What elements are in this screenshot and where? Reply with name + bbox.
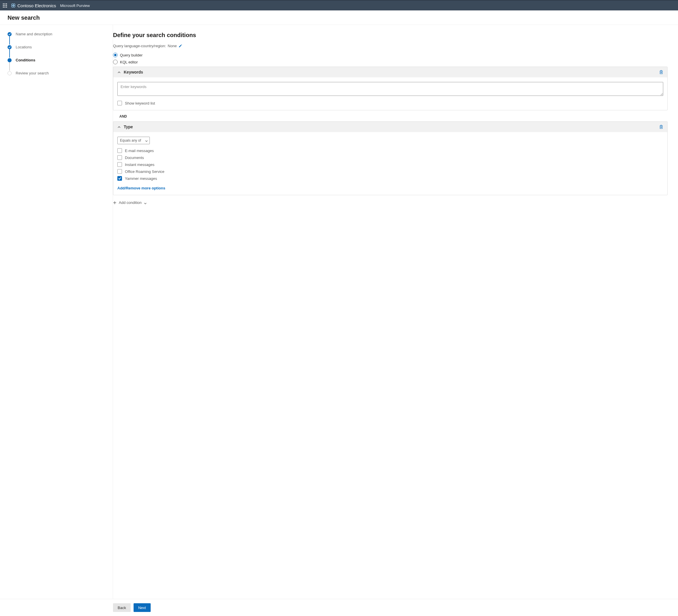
checkbox-unchecked-icon <box>117 148 122 153</box>
type-option-instant-messages[interactable]: Instant messages <box>117 162 663 167</box>
step-current-icon <box>7 58 11 62</box>
step-label: Review your search <box>16 71 49 75</box>
svg-rect-7 <box>5 7 5 7</box>
svg-point-9 <box>11 4 13 5</box>
chevron-up-icon <box>117 70 121 74</box>
operator-select[interactable]: Equals any of <box>117 137 150 144</box>
svg-rect-8 <box>6 7 7 7</box>
radio-unselected-icon <box>113 60 118 64</box>
step-name-and-description[interactable]: Name and description <box>7 32 105 36</box>
checkbox-label: Instant messages <box>125 162 154 167</box>
org-name[interactable]: Contoso Electronics <box>11 3 56 8</box>
and-separator: AND <box>119 114 668 118</box>
checkbox-unchecked-icon <box>117 169 122 174</box>
org-icon <box>11 3 16 8</box>
svg-point-10 <box>13 4 15 5</box>
edit-icon[interactable] <box>179 44 182 48</box>
checkbox-unchecked-icon <box>117 101 122 106</box>
svg-rect-2 <box>6 3 7 4</box>
checkbox-label: E-mail messages <box>125 149 154 153</box>
step-review-your-search[interactable]: Review your search <box>7 71 105 75</box>
wizard-sidebar: Name and description Locations Condition… <box>0 25 113 599</box>
step-label: Conditions <box>16 58 35 62</box>
svg-rect-1 <box>5 3 5 4</box>
chevron-down-icon <box>145 139 148 142</box>
keywords-card-title: Keywords <box>124 70 143 74</box>
checkbox-checked-icon <box>117 176 122 181</box>
back-button[interactable]: Back <box>113 603 131 612</box>
step-label: Name and description <box>16 32 52 36</box>
radio-kql-editor[interactable]: KQL editor <box>113 60 668 64</box>
step-conditions[interactable]: Conditions <box>7 58 105 62</box>
type-option-office-roaming-service[interactable]: Office Roaming Service <box>117 169 663 174</box>
svg-rect-3 <box>3 5 4 6</box>
main-heading: Define your search conditions <box>113 32 668 39</box>
type-option-email-messages[interactable]: E-mail messages <box>117 148 663 153</box>
svg-rect-4 <box>5 5 5 6</box>
radio-query-builder[interactable]: Query builder <box>113 53 668 57</box>
add-condition-button[interactable]: Add condition <box>113 200 668 205</box>
org-name-label: Contoso Electronics <box>17 3 56 8</box>
delete-icon[interactable] <box>659 125 663 129</box>
checkbox-unchecked-icon <box>117 155 122 160</box>
show-keyword-list-checkbox[interactable]: Show keyword list <box>117 101 663 106</box>
page-title: New search <box>0 10 678 25</box>
query-language-label: Query language-country/region: <box>113 44 166 48</box>
query-language-row: Query language-country/region: None <box>113 44 668 48</box>
next-button[interactable]: Next <box>134 603 151 612</box>
keywords-input[interactable] <box>117 82 663 96</box>
plus-icon <box>113 201 116 204</box>
svg-rect-5 <box>6 5 7 6</box>
step-locations[interactable]: Locations <box>7 45 105 49</box>
step-connector <box>9 36 10 45</box>
service-name: Microsoft Purview <box>60 3 90 8</box>
type-card-title: Type <box>124 124 133 129</box>
checkbox-unchecked-icon <box>117 162 122 167</box>
footer: Back Next <box>0 599 678 616</box>
keywords-card-header[interactable]: Keywords <box>113 67 667 77</box>
radio-label: KQL editor <box>120 60 138 64</box>
type-card: Type Equals any of E-mail messages <box>113 121 668 195</box>
keywords-card: Keywords Show keyword list <box>113 67 668 110</box>
step-future-icon <box>7 71 11 75</box>
radio-label: Query builder <box>120 53 143 57</box>
checkbox-label: Documents <box>125 156 144 160</box>
query-language-value: None <box>168 44 177 48</box>
add-condition-label: Add condition <box>119 200 142 205</box>
add-remove-more-options-link[interactable]: Add/Remove more options <box>117 186 165 190</box>
step-completed-icon <box>7 32 11 36</box>
chevron-down-icon <box>144 201 147 204</box>
type-option-yammer-messages[interactable]: Yammer messages <box>117 176 663 181</box>
checkbox-label: Yammer messages <box>125 177 157 181</box>
delete-icon[interactable] <box>659 70 663 74</box>
step-connector <box>9 62 10 71</box>
step-connector <box>9 49 10 57</box>
top-bar: Contoso Electronics Microsoft Purview <box>0 0 678 10</box>
step-completed-icon <box>7 45 11 49</box>
checkbox-label: Show keyword list <box>125 101 155 106</box>
main-panel: Define your search conditions Query lang… <box>113 25 678 599</box>
checkbox-label: Office Roaming Service <box>125 169 164 174</box>
operator-select-value: Equals any of <box>120 139 141 143</box>
workspace: Name and description Locations Condition… <box>0 25 678 599</box>
svg-point-11 <box>11 5 13 7</box>
radio-selected-icon <box>113 53 118 57</box>
type-option-documents[interactable]: Documents <box>117 155 663 160</box>
step-label: Locations <box>16 45 32 49</box>
svg-rect-6 <box>3 7 4 7</box>
type-card-header[interactable]: Type <box>113 122 667 132</box>
chevron-up-icon <box>117 125 121 128</box>
app-launcher-icon[interactable] <box>3 3 7 7</box>
svg-rect-0 <box>3 3 4 4</box>
svg-point-12 <box>13 5 15 7</box>
